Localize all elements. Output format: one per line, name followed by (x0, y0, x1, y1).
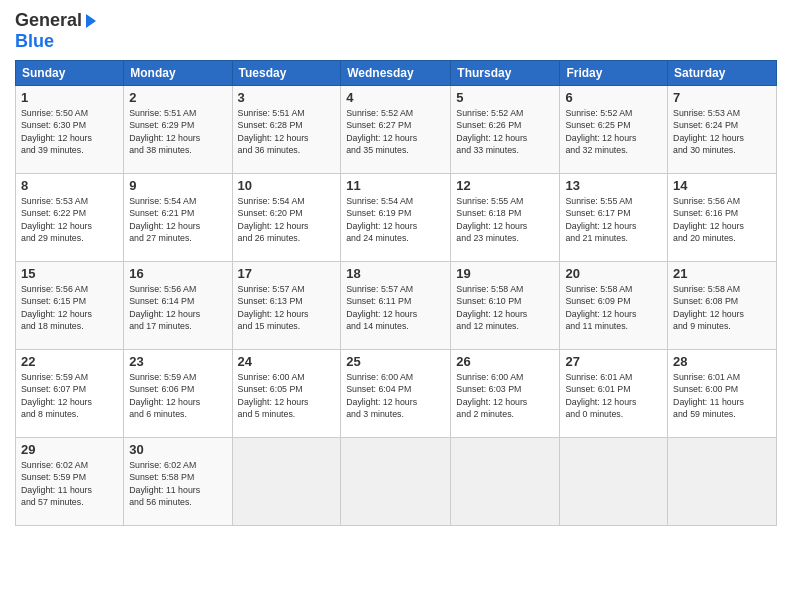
calendar-cell: 5Sunrise: 5:52 AM Sunset: 6:26 PM Daylig… (451, 86, 560, 174)
calendar-cell: 27Sunrise: 6:01 AM Sunset: 6:01 PM Dayli… (560, 350, 668, 438)
day-number: 6 (565, 90, 662, 105)
day-info: Sunrise: 5:56 AM Sunset: 6:16 PM Dayligh… (673, 195, 771, 244)
day-info: Sunrise: 5:53 AM Sunset: 6:24 PM Dayligh… (673, 107, 771, 156)
calendar-cell: 26Sunrise: 6:00 AM Sunset: 6:03 PM Dayli… (451, 350, 560, 438)
day-info: Sunrise: 5:52 AM Sunset: 6:25 PM Dayligh… (565, 107, 662, 156)
calendar-cell: 14Sunrise: 5:56 AM Sunset: 6:16 PM Dayli… (668, 174, 777, 262)
day-info: Sunrise: 5:56 AM Sunset: 6:15 PM Dayligh… (21, 283, 118, 332)
calendar-cell: 2Sunrise: 5:51 AM Sunset: 6:29 PM Daylig… (124, 86, 232, 174)
weekday-header-monday: Monday (124, 61, 232, 86)
weekday-header-friday: Friday (560, 61, 668, 86)
day-number: 26 (456, 354, 554, 369)
day-number: 22 (21, 354, 118, 369)
day-info: Sunrise: 6:00 AM Sunset: 6:03 PM Dayligh… (456, 371, 554, 420)
day-number: 28 (673, 354, 771, 369)
calendar-cell: 30Sunrise: 6:02 AM Sunset: 5:58 PM Dayli… (124, 438, 232, 526)
calendar-cell: 28Sunrise: 6:01 AM Sunset: 6:00 PM Dayli… (668, 350, 777, 438)
day-number: 9 (129, 178, 226, 193)
day-number: 4 (346, 90, 445, 105)
day-number: 2 (129, 90, 226, 105)
day-info: Sunrise: 6:01 AM Sunset: 6:01 PM Dayligh… (565, 371, 662, 420)
logo-blue-text: Blue (15, 31, 54, 52)
day-info: Sunrise: 5:51 AM Sunset: 6:28 PM Dayligh… (238, 107, 336, 156)
day-info: Sunrise: 5:55 AM Sunset: 6:18 PM Dayligh… (456, 195, 554, 244)
day-info: Sunrise: 5:56 AM Sunset: 6:14 PM Dayligh… (129, 283, 226, 332)
day-info: Sunrise: 6:00 AM Sunset: 6:04 PM Dayligh… (346, 371, 445, 420)
day-info: Sunrise: 5:58 AM Sunset: 6:09 PM Dayligh… (565, 283, 662, 332)
day-number: 17 (238, 266, 336, 281)
day-info: Sunrise: 5:54 AM Sunset: 6:20 PM Dayligh… (238, 195, 336, 244)
day-number: 15 (21, 266, 118, 281)
day-number: 19 (456, 266, 554, 281)
calendar-cell: 25Sunrise: 6:00 AM Sunset: 6:04 PM Dayli… (341, 350, 451, 438)
day-info: Sunrise: 5:57 AM Sunset: 6:11 PM Dayligh… (346, 283, 445, 332)
day-info: Sunrise: 5:57 AM Sunset: 6:13 PM Dayligh… (238, 283, 336, 332)
calendar-cell: 29Sunrise: 6:02 AM Sunset: 5:59 PM Dayli… (16, 438, 124, 526)
calendar-cell: 1Sunrise: 5:50 AM Sunset: 6:30 PM Daylig… (16, 86, 124, 174)
day-number: 5 (456, 90, 554, 105)
day-info: Sunrise: 5:54 AM Sunset: 6:21 PM Dayligh… (129, 195, 226, 244)
calendar-cell: 15Sunrise: 5:56 AM Sunset: 6:15 PM Dayli… (16, 262, 124, 350)
day-number: 1 (21, 90, 118, 105)
calendar-week-row: 1Sunrise: 5:50 AM Sunset: 6:30 PM Daylig… (16, 86, 777, 174)
calendar-cell: 18Sunrise: 5:57 AM Sunset: 6:11 PM Dayli… (341, 262, 451, 350)
svg-marker-0 (86, 14, 96, 28)
calendar-cell (560, 438, 668, 526)
calendar-table: SundayMondayTuesdayWednesdayThursdayFrid… (15, 60, 777, 526)
weekday-header-wednesday: Wednesday (341, 61, 451, 86)
calendar-cell (232, 438, 341, 526)
weekday-header-saturday: Saturday (668, 61, 777, 86)
day-info: Sunrise: 5:58 AM Sunset: 6:08 PM Dayligh… (673, 283, 771, 332)
day-number: 8 (21, 178, 118, 193)
calendar-cell: 19Sunrise: 5:58 AM Sunset: 6:10 PM Dayli… (451, 262, 560, 350)
calendar-cell: 7Sunrise: 5:53 AM Sunset: 6:24 PM Daylig… (668, 86, 777, 174)
calendar-cell: 10Sunrise: 5:54 AM Sunset: 6:20 PM Dayli… (232, 174, 341, 262)
day-number: 16 (129, 266, 226, 281)
calendar-cell (341, 438, 451, 526)
day-info: Sunrise: 5:51 AM Sunset: 6:29 PM Dayligh… (129, 107, 226, 156)
day-number: 30 (129, 442, 226, 457)
calendar-week-row: 8Sunrise: 5:53 AM Sunset: 6:22 PM Daylig… (16, 174, 777, 262)
day-info: Sunrise: 5:53 AM Sunset: 6:22 PM Dayligh… (21, 195, 118, 244)
calendar-cell: 20Sunrise: 5:58 AM Sunset: 6:09 PM Dayli… (560, 262, 668, 350)
day-info: Sunrise: 5:59 AM Sunset: 6:06 PM Dayligh… (129, 371, 226, 420)
calendar-cell: 16Sunrise: 5:56 AM Sunset: 6:14 PM Dayli… (124, 262, 232, 350)
calendar-cell: 12Sunrise: 5:55 AM Sunset: 6:18 PM Dayli… (451, 174, 560, 262)
day-info: Sunrise: 5:55 AM Sunset: 6:17 PM Dayligh… (565, 195, 662, 244)
day-number: 27 (565, 354, 662, 369)
day-info: Sunrise: 5:59 AM Sunset: 6:07 PM Dayligh… (21, 371, 118, 420)
weekday-header-row: SundayMondayTuesdayWednesdayThursdayFrid… (16, 61, 777, 86)
logo-arrow-icon (82, 12, 100, 30)
day-number: 10 (238, 178, 336, 193)
day-number: 20 (565, 266, 662, 281)
day-number: 14 (673, 178, 771, 193)
day-number: 7 (673, 90, 771, 105)
day-info: Sunrise: 5:52 AM Sunset: 6:26 PM Dayligh… (456, 107, 554, 156)
header: General Blue (15, 10, 777, 52)
weekday-header-thursday: Thursday (451, 61, 560, 86)
calendar-cell (451, 438, 560, 526)
calendar-cell: 4Sunrise: 5:52 AM Sunset: 6:27 PM Daylig… (341, 86, 451, 174)
calendar-cell (668, 438, 777, 526)
page: General Blue SundayMondayTuesdayWednesda… (0, 0, 792, 612)
calendar-cell: 24Sunrise: 6:00 AM Sunset: 6:05 PM Dayli… (232, 350, 341, 438)
day-number: 13 (565, 178, 662, 193)
calendar-cell: 11Sunrise: 5:54 AM Sunset: 6:19 PM Dayli… (341, 174, 451, 262)
weekday-header-tuesday: Tuesday (232, 61, 341, 86)
day-info: Sunrise: 6:02 AM Sunset: 5:58 PM Dayligh… (129, 459, 226, 508)
calendar-cell: 8Sunrise: 5:53 AM Sunset: 6:22 PM Daylig… (16, 174, 124, 262)
day-info: Sunrise: 6:02 AM Sunset: 5:59 PM Dayligh… (21, 459, 118, 508)
day-number: 23 (129, 354, 226, 369)
day-info: Sunrise: 6:00 AM Sunset: 6:05 PM Dayligh… (238, 371, 336, 420)
calendar-cell: 6Sunrise: 5:52 AM Sunset: 6:25 PM Daylig… (560, 86, 668, 174)
calendar-week-row: 15Sunrise: 5:56 AM Sunset: 6:15 PM Dayli… (16, 262, 777, 350)
calendar-cell: 23Sunrise: 5:59 AM Sunset: 6:06 PM Dayli… (124, 350, 232, 438)
calendar-cell: 13Sunrise: 5:55 AM Sunset: 6:17 PM Dayli… (560, 174, 668, 262)
calendar-cell: 9Sunrise: 5:54 AM Sunset: 6:21 PM Daylig… (124, 174, 232, 262)
calendar-cell: 3Sunrise: 5:51 AM Sunset: 6:28 PM Daylig… (232, 86, 341, 174)
day-info: Sunrise: 5:54 AM Sunset: 6:19 PM Dayligh… (346, 195, 445, 244)
day-number: 29 (21, 442, 118, 457)
day-number: 11 (346, 178, 445, 193)
day-info: Sunrise: 6:01 AM Sunset: 6:00 PM Dayligh… (673, 371, 771, 420)
day-number: 18 (346, 266, 445, 281)
